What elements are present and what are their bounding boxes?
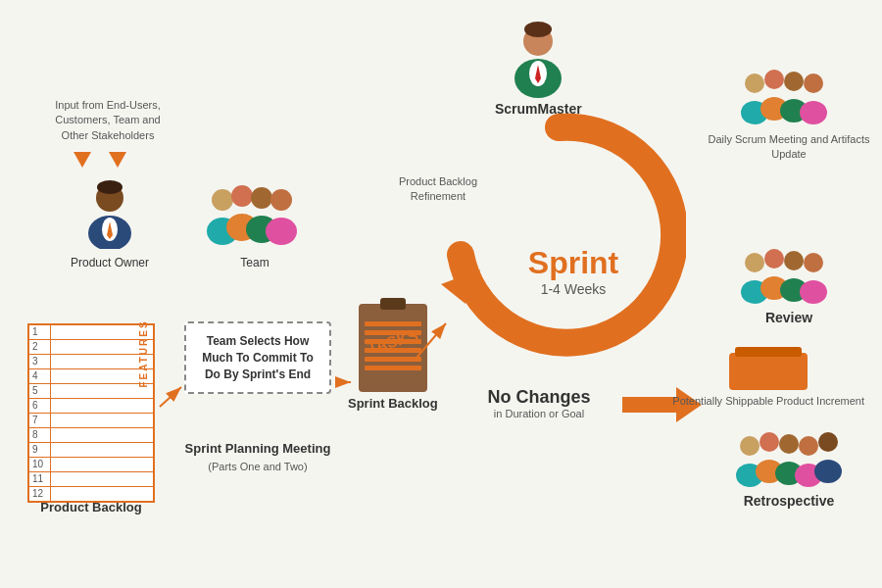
svg-point-12 — [266, 218, 297, 245]
backlog-row-bar — [51, 428, 153, 442]
svg-point-27 — [745, 253, 764, 272]
svg-point-33 — [804, 253, 823, 272]
clipboard-line-1 — [365, 321, 421, 326]
svg-point-31 — [784, 251, 804, 270]
backlog-row-num: 10 — [29, 458, 51, 471]
clipboard-body: TASKS — [359, 304, 427, 392]
svg-point-23 — [784, 72, 804, 91]
backlog-row-num: 12 — [29, 487, 51, 501]
backlog-row-num: 9 — [29, 443, 51, 457]
input-label: Input from End-Users, Customers, Team an… — [54, 98, 162, 143]
svg-point-43 — [818, 432, 838, 452]
backlog-row: 6 — [29, 399, 153, 414]
sprint-planning-box: Team Selects How Much To Commit To Do By… — [184, 321, 331, 394]
svg-point-11 — [270, 189, 292, 211]
backlog-row-num: 5 — [29, 384, 51, 398]
svg-point-1 — [97, 180, 122, 194]
review-panel: Review — [706, 243, 872, 325]
svg-point-25 — [804, 74, 823, 93]
backlog-row: 4 — [29, 369, 153, 384]
arrow-down-2 — [109, 152, 126, 168]
backlog-row: 1 — [29, 325, 153, 340]
backlog-row-num: 7 — [29, 414, 51, 427]
backlog-row: 7 — [29, 414, 153, 428]
backlog-row-num: 3 — [29, 355, 51, 368]
svg-point-19 — [745, 74, 764, 93]
backlog-row: 11 — [29, 472, 153, 487]
svg-point-44 — [814, 460, 842, 483]
clipboard-clip — [380, 298, 406, 310]
shippable-box: Potentially Shippable Product Increment — [672, 353, 864, 409]
shippable-label: Potentially Shippable Product Increment — [672, 394, 864, 409]
daily-scrum-panel: Daily Scrum Meeting and Artifacts Update — [706, 64, 872, 163]
backlog-row-bar — [51, 458, 153, 471]
svg-point-39 — [779, 434, 799, 454]
backlog-row-num: 1 — [29, 325, 51, 339]
scrummaster-icon — [503, 20, 573, 98]
sprint-backlog: TASKS Sprint Backlog — [348, 304, 438, 411]
no-changes: No Changes in Duration or Goal — [461, 387, 617, 419]
product-owner-label: Product Owner — [71, 256, 149, 270]
team-icon — [201, 178, 309, 249]
review-people-icon — [735, 243, 843, 310]
backlog-row: 3 — [29, 355, 153, 369]
svg-point-9 — [251, 187, 272, 209]
clipboard-line-5 — [365, 357, 421, 362]
backlog-rows: 123456789101112 — [29, 325, 153, 501]
arrow-down-1 — [74, 152, 91, 168]
features-label: FEATURES — [138, 319, 149, 387]
no-changes-main: No Changes — [461, 387, 617, 408]
retrospective-people-icon — [735, 426, 843, 493]
backlog-row-num: 11 — [29, 472, 51, 486]
backlog-row: 9 — [29, 443, 153, 458]
clipboard-lines: TASKS — [359, 304, 427, 380]
svg-point-29 — [764, 249, 784, 269]
sprint-text: Sprint 1-4 Weeks — [519, 245, 627, 297]
svg-point-37 — [760, 432, 779, 452]
svg-line-46 — [160, 387, 181, 407]
clipboard-line-6 — [365, 366, 421, 370]
team-figure: Team — [201, 178, 309, 270]
backlog-row-bar — [51, 414, 153, 427]
svg-point-7 — [231, 185, 253, 207]
review-icon — [706, 243, 872, 310]
sprint-backlog-label: Sprint Backlog — [348, 396, 438, 411]
team-label: Team — [201, 256, 309, 270]
backlog-row: 2 — [29, 340, 153, 355]
daily-scrum-label: Daily Scrum Meeting and Artifacts Update — [706, 132, 872, 163]
backlog-row: 8 — [29, 428, 153, 443]
product-backlog-title: Product Backlog — [27, 500, 155, 514]
no-changes-sub: in Duration or Goal — [461, 408, 617, 419]
svg-point-35 — [740, 436, 760, 456]
svg-point-41 — [799, 436, 818, 456]
backlog-row-num: 6 — [29, 399, 51, 413]
backlog-row-bar — [51, 443, 153, 457]
sprint-area: Sprint 1-4 Weeks — [431, 98, 686, 392]
product-backlog: 123456789101112 FEATURES — [27, 323, 155, 503]
review-title: Review — [706, 310, 872, 325]
backlog-row-num: 8 — [29, 428, 51, 442]
product-brick — [729, 353, 808, 390]
input-arrows — [74, 152, 126, 168]
svg-point-34 — [800, 280, 827, 304]
sprint-planning-inner-text: Team Selects How Much To Commit To Do By… — [194, 333, 321, 382]
retrospective-icon — [706, 426, 872, 493]
sprint-planning-sub: (Parts One and Two) — [184, 461, 331, 472]
product-owner-figure: Product Owner — [71, 178, 149, 270]
daily-scrum-people-icon — [735, 64, 843, 130]
retrospective-title: Retrospective — [706, 493, 872, 509]
backlog-row: 12 — [29, 487, 153, 501]
sprint-duration: 1-4 Weeks — [519, 281, 627, 297]
daily-scrum-icon — [706, 64, 872, 130]
product-owner-icon — [78, 178, 141, 249]
backlog-row: 5 — [29, 384, 153, 399]
backlog-row: 10 — [29, 458, 153, 472]
backlog-row-num: 4 — [29, 369, 51, 383]
scrum-diagram: Input from End-Users, Customers, Team an… — [0, 0, 882, 588]
retrospective-panel: Retrospective — [706, 426, 872, 509]
arrow-shaft — [622, 397, 676, 413]
svg-point-26 — [800, 101, 827, 124]
backlog-row-num: 2 — [29, 340, 51, 354]
backlog-row-bar — [51, 487, 153, 501]
backlog-row-bar — [51, 472, 153, 486]
